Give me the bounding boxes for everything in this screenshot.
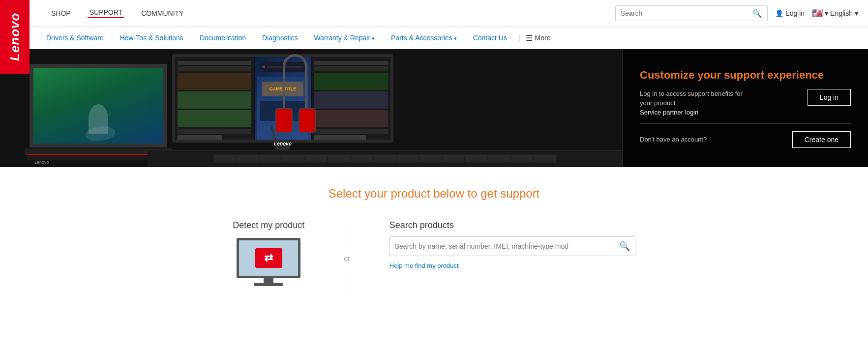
sub-nav-parts[interactable]: Parts & Accessories — [384, 34, 464, 42]
hero-image: Lenovo — [0, 49, 622, 167]
product-search-button[interactable]: 🔍 — [619, 241, 630, 252]
service-partner-link[interactable]: Service partner login — [640, 109, 698, 116]
hero-banner: Lenovo — [0, 49, 868, 167]
login-section-text-area: Log in to access support benefits for yo… — [640, 89, 748, 116]
search-input[interactable] — [621, 9, 752, 17]
create-account-button[interactable]: Create one — [792, 131, 851, 148]
sub-nav-docs[interactable]: Documentation — [193, 34, 253, 42]
or-divider: or — [344, 220, 350, 297]
language-selector[interactable]: 🇺🇸 ▾ English ▾ — [812, 8, 858, 19]
product-search-input[interactable] — [395, 242, 619, 250]
user-icon: 👤 — [775, 9, 783, 17]
lenovo-logo: Lenovo — [0, 0, 30, 74]
headset-mockup — [273, 49, 317, 162]
header-right: 🔍 👤 Log in 🇺🇸 ▾ English ▾ — [615, 5, 858, 21]
login-section: Log in to access support benefits for yo… — [640, 89, 851, 124]
detect-monitor-icon[interactable]: ⇄ — [237, 238, 300, 287]
login-section-right: Log in — [808, 89, 851, 106]
monitor-right-panel — [312, 57, 390, 143]
login-button-hero[interactable]: Log in — [808, 89, 851, 106]
sub-nav-drivers[interactable]: Drivers & Software — [39, 34, 111, 42]
logo-text: Lenovo — [7, 13, 23, 61]
sub-nav-howtos[interactable]: How-Tos & Solutions — [113, 34, 190, 42]
nav-support[interactable]: SUPPORT — [88, 8, 124, 18]
monitor-left-panel — [175, 57, 254, 143]
sub-nav-diagnostics[interactable]: Diagnostics — [255, 34, 304, 42]
no-account-text: Don't have an account? — [640, 136, 707, 143]
laptop-screen — [30, 64, 167, 147]
product-selection: Detect my product ⇄ or — [39, 220, 829, 297]
product-search-box[interactable]: 🔍 — [389, 236, 635, 256]
search-icon[interactable]: 🔍 — [752, 9, 762, 18]
select-product-title: Select your product below to get support — [39, 187, 829, 201]
nav-community[interactable]: COMMUNITY — [139, 9, 185, 17]
more-label[interactable]: More — [535, 34, 551, 42]
login-desc: Log in to access support benefits for yo… — [640, 89, 748, 108]
hero-login-panel: Customize your support experience Log in… — [622, 49, 868, 167]
monitor-icon-stand — [264, 278, 273, 283]
search-box[interactable]: 🔍 — [615, 5, 768, 21]
chevron-down-icon2: ▾ — [855, 9, 858, 17]
nav-divider: | — [519, 34, 521, 42]
keyboard-strip — [148, 150, 622, 167]
detect-section: Detect my product ⇄ — [233, 220, 304, 297]
lenovo-detect-icon: ⇄ — [255, 248, 282, 268]
divider-line-top — [347, 220, 347, 250]
login-label[interactable]: Log in — [786, 9, 805, 17]
hamburger-icon: ☰ — [526, 33, 533, 43]
laptop-brand-label: Lenovo — [34, 160, 49, 165]
monitor-icon-base — [254, 283, 283, 286]
laptop-screen-content — [33, 68, 163, 144]
header-top: SHOP SUPPORT COMMUNITY 🔍 👤 Log in 🇺🇸 ▾ E… — [0, 0, 868, 27]
create-section: Don't have an account? Create one — [640, 131, 851, 148]
divider-line-bottom — [347, 267, 347, 297]
nav-shop[interactable]: SHOP — [49, 9, 73, 17]
help-find-product-link[interactable]: Help me find my product — [389, 262, 635, 269]
chevron-down-icon: ▾ — [825, 9, 828, 17]
flag-icon: 🇺🇸 — [812, 8, 823, 19]
search-products-title: Search products — [389, 220, 635, 231]
top-nav: SHOP SUPPORT COMMUNITY — [49, 8, 185, 18]
monitor-icon-inner: ⇄ — [239, 240, 298, 276]
arrows-icon: ⇄ — [264, 252, 273, 264]
lang-label: English — [830, 9, 853, 17]
or-text: or — [344, 255, 350, 262]
sub-nav-warranty[interactable]: Warranty & Repair — [307, 34, 382, 42]
main-content: Select your product below to get support… — [0, 167, 868, 317]
sub-nav: Drivers & Software How-Tos & Solutions D… — [0, 27, 868, 49]
sub-nav-contact[interactable]: Contact Us — [466, 34, 514, 42]
hero-background: Lenovo — [0, 49, 622, 167]
login-button[interactable]: 👤 Log in — [775, 9, 805, 17]
search-section: Search products 🔍 Help me find my produc… — [389, 220, 635, 297]
monitor-icon-screen: ⇄ — [237, 238, 300, 278]
detect-title: Detect my product — [233, 220, 304, 231]
hero-title: Customize your support experience — [640, 69, 851, 82]
sub-nav-more[interactable]: ☰ More — [526, 33, 551, 43]
